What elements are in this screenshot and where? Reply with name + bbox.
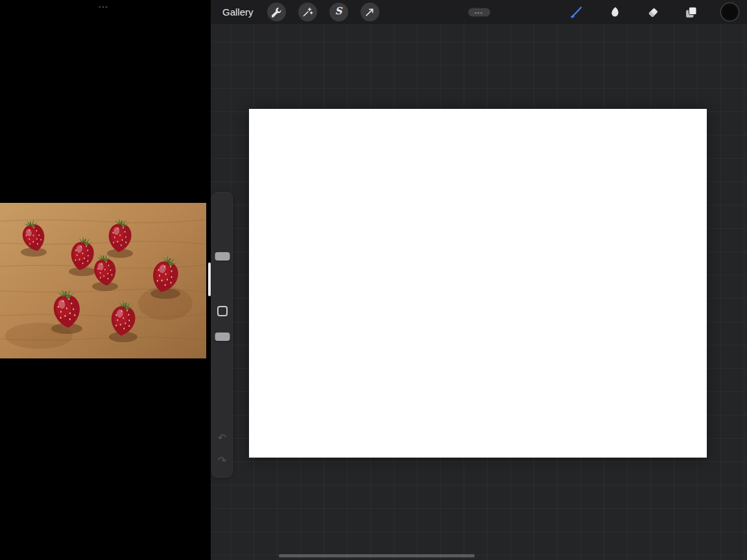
- adjustments-button[interactable]: [298, 3, 317, 21]
- strawberries-illustration: [0, 203, 206, 358]
- eraser-tool-button[interactable]: [643, 3, 663, 22]
- brush-icon: [569, 5, 584, 20]
- color-swatch-circle: [721, 3, 739, 21]
- strawberry-photo[interactable]: [0, 203, 206, 358]
- procreate-drag-handle-icon[interactable]: •••: [468, 8, 490, 16]
- left-app-panel: •••: [0, 0, 208, 560]
- left-app-drag-handle-icon[interactable]: •••: [95, 3, 112, 12]
- brush-tool-button[interactable]: [567, 3, 586, 22]
- transform-button[interactable]: [361, 3, 379, 21]
- color-button[interactable]: [720, 3, 739, 22]
- canvas-workspace[interactable]: ↶ ↷: [211, 24, 747, 560]
- smudge-tool-button[interactable]: [605, 3, 624, 22]
- modify-square-icon: [217, 306, 228, 316]
- arrow-cursor-icon: [363, 6, 376, 19]
- procreate-app: Gallery S: [211, 0, 747, 560]
- opacity-slider[interactable]: [211, 321, 233, 425]
- magic-wand-icon: [301, 6, 314, 19]
- undo-button[interactable]: ↶: [218, 433, 226, 443]
- drawing-canvas[interactable]: [249, 109, 707, 458]
- split-view-resize-handle[interactable]: [208, 262, 211, 296]
- brush-size-slider-handle[interactable]: [215, 252, 230, 261]
- gallery-button[interactable]: Gallery: [221, 4, 255, 20]
- wrench-icon: [270, 6, 283, 19]
- procreate-topbar: Gallery S: [211, 0, 747, 24]
- redo-button[interactable]: ↷: [218, 456, 226, 466]
- brush-sidebar: ↶ ↷: [211, 192, 233, 478]
- horizontal-scroll-indicator[interactable]: [279, 554, 475, 557]
- actions-button[interactable]: [267, 3, 286, 21]
- paint-tools-group: [567, 3, 747, 22]
- brush-size-slider[interactable]: [211, 192, 233, 296]
- s-ribbon-icon: S: [335, 6, 342, 16]
- split-screen: •••: [0, 0, 747, 560]
- layers-button[interactable]: [682, 3, 701, 22]
- modify-button[interactable]: [215, 304, 230, 318]
- eraser-icon: [646, 5, 660, 19]
- finger-smudge-icon: [608, 5, 622, 19]
- split-divider: [208, 0, 211, 560]
- opacity-slider-handle[interactable]: [215, 332, 230, 341]
- selection-button[interactable]: S: [329, 3, 348, 21]
- layers-icon: [683, 5, 699, 20]
